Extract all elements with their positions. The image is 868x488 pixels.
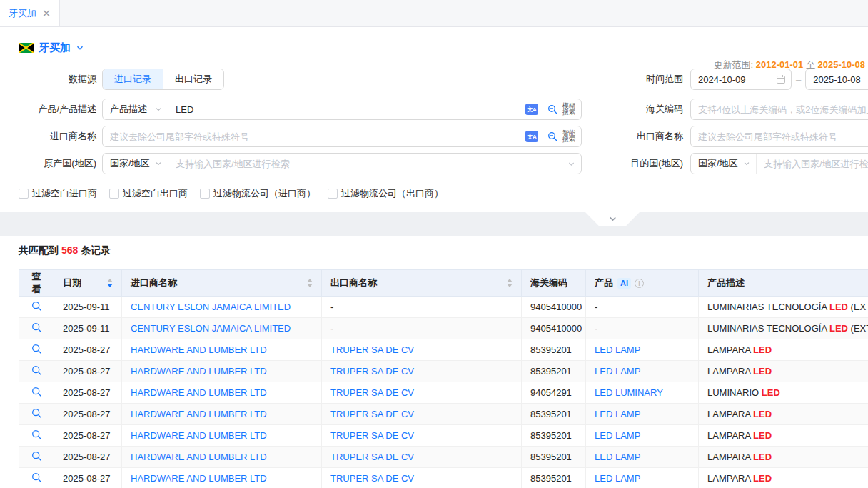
results-panel: 共匹配到568条记录 查看 日期 进口商名称 xyxy=(0,236,868,488)
exporter-link: - xyxy=(330,323,333,334)
translate-icon[interactable]: 文A xyxy=(525,104,538,115)
view-detail-icon[interactable] xyxy=(31,472,42,483)
product-link[interactable]: LED LAMP xyxy=(595,366,640,377)
importer-link[interactable]: HARDWARE AND LUMBER LTD xyxy=(131,366,267,377)
description-text: LAMPARA xyxy=(707,430,753,441)
table-row: 2025-08-27 HARDWARE AND LUMBER LTD TRUPE… xyxy=(19,361,868,382)
info-icon[interactable]: i xyxy=(635,279,644,288)
exporter-input[interactable] xyxy=(691,126,868,146)
importer-link[interactable]: HARDWARE AND LUMBER LTD xyxy=(131,387,267,398)
checkbox-icon[interactable] xyxy=(200,189,210,199)
fuzzy-search-icon[interactable] xyxy=(547,104,558,115)
importer-input[interactable] xyxy=(103,126,525,146)
importer-label: 进口商名称 xyxy=(0,130,96,143)
exporter-field[interactable] xyxy=(690,126,868,147)
importer-link[interactable]: HARDWARE AND LUMBER LTD xyxy=(131,452,267,462)
importer-link[interactable]: HARDWARE AND LUMBER LTD xyxy=(131,409,267,419)
import-records-option[interactable]: 进口记录 xyxy=(103,69,163,89)
hs-code-field[interactable] xyxy=(690,99,868,120)
view-detail-icon[interactable] xyxy=(31,429,42,440)
checkbox-filter-blank-exporter[interactable]: 过滤空白出口商 xyxy=(109,187,188,200)
product-link[interactable]: LED LAMP xyxy=(595,344,640,355)
table-row: 2025-09-11 CENTURY ESLON JAMAICA LIMITED… xyxy=(19,297,868,318)
sort-exporter[interactable] xyxy=(507,279,513,287)
chevron-down-icon[interactable] xyxy=(76,44,84,52)
view-detail-icon[interactable] xyxy=(31,344,42,354)
product-link[interactable]: LED LAMP xyxy=(595,430,640,441)
description-highlight: LED xyxy=(753,473,772,484)
filter-panel: 牙买加 更新范围: 2012-01-01 至 2025-10-08 数据源 进口… xyxy=(0,27,868,212)
importer-link[interactable]: HARDWARE AND LUMBER LTD xyxy=(131,430,267,441)
smart-search-icon[interactable] xyxy=(547,131,558,142)
row-hs-code: 85395201 xyxy=(530,473,572,484)
sort-date[interactable] xyxy=(107,279,113,287)
smart-search-label[interactable]: 智能 搜索 xyxy=(562,130,575,144)
destination-country-select[interactable]: 国家/地区 xyxy=(691,154,757,174)
fuzzy-search-label[interactable]: 模糊 搜索 xyxy=(562,103,575,116)
exporter-link[interactable]: TRUPER SA DE CV xyxy=(330,366,414,377)
date-end-input[interactable] xyxy=(806,69,868,89)
exporter-link[interactable]: TRUPER SA DE CV xyxy=(330,387,414,398)
view-detail-icon[interactable] xyxy=(31,301,42,312)
description-highlight: LED xyxy=(829,302,848,312)
checkbox-filter-blank-importer[interactable]: 过滤空白进口商 xyxy=(19,187,97,200)
export-records-option[interactable]: 出口记录 xyxy=(163,69,223,89)
product-link[interactable]: LED LUMINARY xyxy=(595,387,663,398)
exporter-link[interactable]: TRUPER SA DE CV xyxy=(330,409,414,419)
ai-badge: AI xyxy=(617,278,631,289)
tab-jamaica[interactable]: 牙买加 ✕ xyxy=(0,0,60,26)
product-label: 产品/产品描述 xyxy=(0,103,96,116)
app-window: 牙买加 ✕ 牙买加 更新范围: 2012-01-01 至 2025-10-08 xyxy=(0,0,868,488)
product-link[interactable]: LED LAMP xyxy=(595,452,640,462)
hs-code-input[interactable] xyxy=(691,99,868,119)
row-description: LUMINARIAS TECNOLOGÍA LED (EXT... xyxy=(699,297,868,318)
origin-input[interactable] xyxy=(168,154,567,174)
exporter-link[interactable]: TRUPER SA DE CV xyxy=(330,452,414,462)
table-row: 2025-08-27 HARDWARE AND LUMBER LTD TRUPE… xyxy=(19,425,868,447)
product-link[interactable]: LED LAMP xyxy=(595,409,640,419)
importer-link[interactable]: HARDWARE AND LUMBER LTD xyxy=(131,344,267,355)
collapse-panel-button[interactable] xyxy=(585,212,640,226)
exporter-link[interactable]: TRUPER SA DE CV xyxy=(330,473,414,484)
product-field-select[interactable]: 产品描述 xyxy=(103,99,168,119)
header-product-label: 产品 xyxy=(595,277,613,288)
translate-icon[interactable]: 文A xyxy=(525,131,538,142)
view-detail-icon[interactable] xyxy=(31,365,42,376)
date-end-field[interactable] xyxy=(805,69,868,90)
date-start-field[interactable] xyxy=(690,69,792,90)
table-row: 2025-08-27 HARDWARE AND LUMBER LTD TRUPE… xyxy=(19,382,868,404)
product-input[interactable] xyxy=(168,99,525,119)
header-importer[interactable]: 进口商名称 xyxy=(122,270,322,297)
view-detail-icon[interactable] xyxy=(31,408,42,419)
exporter-link[interactable]: TRUPER SA DE CV xyxy=(330,344,414,355)
description-text: LUMINARIAS TECNOLOGÍA xyxy=(707,323,829,334)
checkbox-label: 过滤空白出口商 xyxy=(123,187,188,200)
destination-input[interactable] xyxy=(757,154,868,174)
row-date: 2025-08-27 xyxy=(63,366,111,377)
checkbox-icon[interactable] xyxy=(328,189,338,199)
row-hs-code: 9405410000 xyxy=(530,302,582,312)
checkbox-icon[interactable] xyxy=(109,189,119,199)
sort-importer[interactable] xyxy=(307,279,313,287)
importer-link[interactable]: CENTURY ESLON JAMAICA LIMITED xyxy=(131,302,291,312)
view-detail-icon[interactable] xyxy=(31,451,42,462)
checkbox-filter-logistics-exporter[interactable]: 过滤物流公司（出口商） xyxy=(328,187,443,200)
header-date[interactable]: 日期 xyxy=(54,270,122,297)
description-highlight: LED xyxy=(753,344,772,355)
checkbox-icon[interactable] xyxy=(19,189,29,199)
close-icon[interactable]: ✕ xyxy=(42,8,51,19)
importer-link[interactable]: CENTURY ESLON JAMAICA LIMITED xyxy=(131,323,291,334)
view-detail-icon[interactable] xyxy=(31,322,42,333)
exporter-link[interactable]: TRUPER SA DE CV xyxy=(330,430,414,441)
checkbox-filter-logistics-importer[interactable]: 过滤物流公司（进口商） xyxy=(200,187,316,200)
product-link[interactable]: LED LAMP xyxy=(595,473,640,484)
header-exporter[interactable]: 出口商名称 xyxy=(322,270,522,297)
view-detail-icon[interactable] xyxy=(31,387,42,397)
origin-country-select[interactable]: 国家/地区 xyxy=(103,154,168,174)
row-description: LUMINARIO LED xyxy=(699,382,868,404)
filter-checkbox-row: 过滤空白进口商 过滤空白出口商 过滤物流公司（进口商） 过滤物流公司（出口商） xyxy=(19,187,868,200)
description-text: (EXT... xyxy=(848,302,868,312)
row-date: 2025-08-27 xyxy=(63,473,111,484)
description-text: LAMPARA xyxy=(707,344,753,355)
importer-link[interactable]: HARDWARE AND LUMBER LTD xyxy=(131,473,267,484)
